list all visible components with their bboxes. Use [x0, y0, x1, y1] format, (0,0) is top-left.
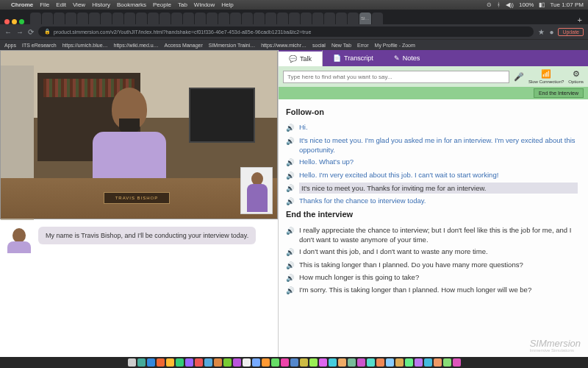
dock-app-icon[interactable]: [185, 358, 193, 367]
dock-app-icon[interactable]: [300, 358, 308, 367]
tab-notes[interactable]: ✎Notes: [384, 50, 431, 66]
browser-tab[interactable]: [171, 13, 182, 24]
bookmark-item[interactable]: social: [312, 43, 326, 48]
bookmark-item[interactable]: Error: [357, 43, 369, 48]
profile-icon[interactable]: ●: [549, 28, 553, 36]
speaker-icon[interactable]: 🔊: [286, 171, 295, 180]
maximize-window-icon[interactable]: [19, 19, 24, 24]
user-camera-preview[interactable]: [240, 167, 273, 214]
browser-tab[interactable]: SI…: [359, 13, 371, 24]
end-interview-button[interactable]: End the Interview: [534, 88, 584, 98]
address-bar[interactable]: 🔒 product.simmersion.com/v2/YouthJIT/ind…: [38, 26, 534, 37]
dock-app-icon[interactable]: [367, 358, 375, 367]
response-line[interactable]: 🔊Hello. What's up?: [286, 157, 578, 167]
dock-app-icon[interactable]: [290, 358, 298, 367]
browser-tab[interactable]: [30, 13, 41, 24]
dock-app-icon[interactable]: [262, 358, 270, 367]
bookmark-item[interactable]: Access Manager: [165, 43, 203, 48]
tab-talk[interactable]: 💬Talk: [279, 50, 323, 66]
dock-app-icon[interactable]: [395, 358, 404, 367]
response-line[interactable]: 🔊It's nice to meet you. I'm glad you ask…: [286, 135, 578, 155]
speaker-icon[interactable]: 🔊: [286, 197, 295, 206]
bookmark-item[interactable]: https://wiki.med.u…: [114, 43, 159, 48]
browser-tab[interactable]: [159, 13, 171, 24]
speaker-icon[interactable]: 🔊: [286, 286, 295, 295]
menu-app[interactable]: Chrome: [11, 1, 33, 8]
browser-tab[interactable]: [124, 13, 135, 24]
wifi-icon[interactable]: ⊙: [487, 1, 492, 8]
browser-tab[interactable]: [324, 13, 335, 24]
dock-app-icon[interactable]: [176, 358, 184, 367]
speaker-icon[interactable]: 🔊: [286, 273, 295, 283]
speaker-icon[interactable]: 🔊: [286, 261, 295, 270]
dock-app-icon[interactable]: [128, 358, 136, 367]
bluetooth-icon[interactable]: ᚼ: [497, 1, 501, 8]
browser-tab[interactable]: [289, 13, 300, 24]
dock-app-icon[interactable]: [329, 358, 337, 367]
dock-app-icon[interactable]: [434, 358, 442, 367]
dock-app-icon[interactable]: [443, 358, 451, 367]
menu-people[interactable]: People: [153, 1, 171, 8]
dock-app-icon[interactable]: [147, 358, 155, 367]
speaker-icon[interactable]: 🔊: [286, 136, 295, 146]
script-list[interactable]: Follow-on🔊Hi.🔊It's nice to meet you. I'm…: [279, 99, 588, 357]
extensions-icon[interactable]: ★: [538, 28, 545, 36]
close-window-icon[interactable]: [4, 19, 10, 24]
browser-tab[interactable]: [183, 13, 194, 24]
browser-tab[interactable]: [42, 13, 53, 24]
dock-app-icon[interactable]: [243, 358, 251, 367]
dock-app-icon[interactable]: [319, 358, 327, 367]
dock-app-icon[interactable]: [204, 358, 212, 367]
minimize-window-icon[interactable]: [12, 19, 17, 24]
menu-history[interactable]: History: [92, 1, 110, 8]
browser-tab[interactable]: [312, 13, 323, 24]
bookmark-item[interactable]: SIMmersion Traini…: [209, 43, 255, 48]
browser-tab[interactable]: [218, 13, 229, 24]
browser-tab[interactable]: [89, 13, 100, 24]
video-player[interactable]: TRAVIS BISHOP: [0, 50, 278, 219]
browser-tab[interactable]: [372, 13, 383, 24]
response-line[interactable]: 🔊I'm sorry. This is taking longer than I…: [286, 285, 578, 295]
dock-app-icon[interactable]: [415, 358, 423, 367]
response-line[interactable]: 🔊I really appreciate the chance to inter…: [286, 225, 578, 245]
speaker-icon[interactable]: 🔊: [286, 158, 295, 167]
dock-app-icon[interactable]: [214, 358, 222, 367]
slow-connection-button[interactable]: 📶Slow Connection?: [528, 69, 564, 84]
browser-tab[interactable]: [136, 13, 147, 24]
bookmark-item[interactable]: https://umich.blue…: [62, 43, 108, 48]
browser-tab[interactable]: [54, 13, 65, 24]
dock-app-icon[interactable]: [357, 358, 365, 367]
menu-help[interactable]: Help: [221, 1, 233, 8]
options-button[interactable]: ⚙Options: [568, 69, 584, 84]
speaker-icon[interactable]: 🔊: [286, 183, 295, 193]
browser-tab[interactable]: [77, 13, 88, 24]
response-line[interactable]: 🔊This is taking longer than I planned. D…: [286, 260, 578, 270]
dock-app-icon[interactable]: [271, 358, 279, 367]
bookmark-item[interactable]: ITS eResearch: [22, 43, 57, 48]
response-line[interactable]: 🔊I don't want this job, and I don't want…: [286, 247, 578, 257]
browser-tab[interactable]: [265, 13, 276, 24]
dock-app-icon[interactable]: [338, 358, 346, 367]
browser-tab[interactable]: [195, 13, 206, 24]
bookmark-item[interactable]: My Profile - Zoom: [375, 43, 415, 48]
response-line[interactable]: 🔊Thanks for the chance to interview toda…: [286, 196, 578, 206]
dock-app-icon[interactable]: [252, 358, 260, 367]
new-tab-button[interactable]: +: [575, 15, 585, 24]
response-line[interactable]: 🔊It's nice to meet you. Thanks for invit…: [286, 183, 578, 194]
dock-app-icon[interactable]: [166, 358, 174, 367]
dock-app-icon[interactable]: [233, 358, 241, 367]
bookmark-item[interactable]: New Tab: [331, 43, 351, 48]
tab-transcript[interactable]: 📄Transcript: [323, 50, 384, 66]
dock-app-icon[interactable]: [376, 358, 384, 367]
dock-app-icon[interactable]: [405, 358, 413, 367]
browser-tab[interactable]: [348, 13, 359, 24]
battery-icon[interactable]: ▮▯: [539, 1, 545, 8]
browser-tab[interactable]: [65, 13, 76, 24]
menu-file[interactable]: File: [40, 1, 49, 8]
mic-button[interactable]: 🎤: [514, 72, 524, 82]
browser-tab[interactable]: [101, 13, 112, 24]
dock-app-icon[interactable]: [157, 358, 165, 367]
forward-icon[interactable]: →: [16, 28, 24, 36]
speaker-icon[interactable]: 🔊: [286, 247, 295, 257]
dock-app-icon[interactable]: [223, 358, 232, 367]
